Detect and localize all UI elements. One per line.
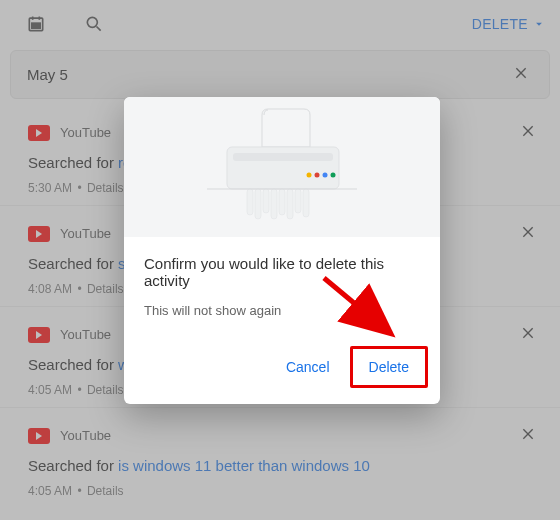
svg-point-20: [323, 173, 328, 178]
svg-rect-27: [287, 189, 293, 219]
svg-point-21: [331, 173, 336, 178]
modal-actions: Cancel Delete: [124, 328, 440, 404]
modal-title: Confirm you would like to delete this ac…: [144, 255, 420, 289]
modal-subtitle: This will not show again: [144, 303, 420, 318]
svg-rect-17: [233, 153, 333, 161]
shredder-illustration: [124, 97, 440, 237]
svg-rect-29: [303, 189, 309, 217]
svg-rect-26: [279, 189, 285, 215]
svg-rect-28: [295, 189, 301, 213]
svg-point-19: [315, 173, 320, 178]
svg-point-18: [307, 173, 312, 178]
confirm-delete-modal: Confirm you would like to delete this ac…: [124, 97, 440, 404]
svg-rect-24: [263, 189, 269, 213]
svg-rect-22: [247, 189, 253, 215]
delete-button[interactable]: Delete: [355, 351, 423, 383]
cancel-button[interactable]: Cancel: [272, 346, 344, 388]
svg-rect-23: [255, 189, 261, 219]
svg-rect-25: [271, 189, 277, 219]
annotation-highlight: Delete: [350, 346, 428, 388]
